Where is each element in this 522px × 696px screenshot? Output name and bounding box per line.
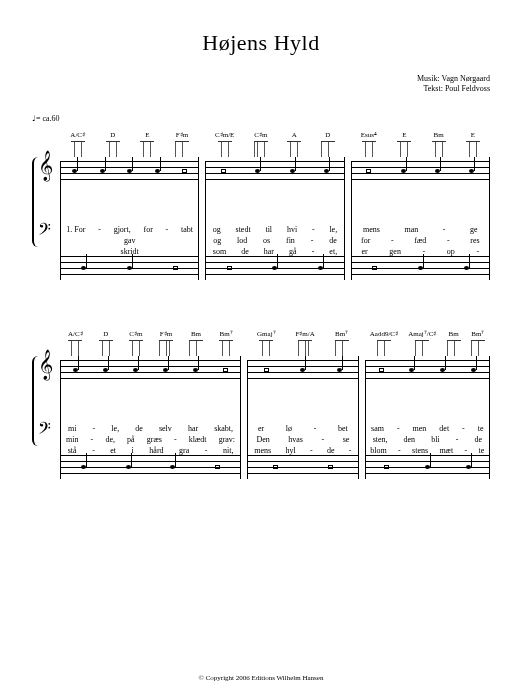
chord-row: C♯m/E C♯m A D bbox=[205, 125, 344, 157]
note-icon bbox=[264, 368, 269, 372]
syllable: mæt bbox=[439, 446, 453, 455]
lyric-line-1: mi - le, de selv har skabt, bbox=[61, 424, 240, 433]
note-icon bbox=[273, 465, 278, 469]
syllable: og bbox=[213, 236, 221, 245]
chord-label: Gmaj⁷ bbox=[257, 330, 276, 338]
chord-diagram-icon bbox=[432, 141, 446, 157]
chord-label: E bbox=[402, 131, 406, 139]
syllable: - bbox=[349, 446, 352, 455]
syllable: - bbox=[391, 236, 394, 245]
chord-label: Bm bbox=[449, 330, 459, 338]
syllable: men bbox=[413, 424, 427, 433]
note-icon bbox=[418, 266, 423, 270]
lyric-line-3: blom - stens mæt - te bbox=[366, 446, 489, 455]
chord-label: F♯m bbox=[160, 330, 172, 338]
chord: Aadd9/C♯ bbox=[370, 330, 398, 356]
chord-label: Amaj⁷/C♯ bbox=[408, 330, 436, 338]
chord: D bbox=[106, 131, 120, 157]
syllable: som bbox=[213, 247, 226, 256]
chord-diagram-icon bbox=[189, 340, 203, 356]
chord-diagram-icon bbox=[68, 340, 82, 356]
bass-staff bbox=[206, 256, 343, 280]
syllable: hvi bbox=[287, 225, 297, 234]
credits-block: Musik: Vagn Nørgaard Tekst: Poul Feldvos… bbox=[32, 74, 490, 94]
lyric-line-3: skridt bbox=[61, 247, 198, 256]
note-icon bbox=[133, 368, 138, 372]
syllable: gen bbox=[389, 247, 401, 256]
chord: C♯m/E bbox=[215, 131, 234, 157]
chord-label: Esus⁴ bbox=[361, 131, 377, 139]
chord: D bbox=[321, 131, 335, 157]
chord-diagram-icon bbox=[129, 340, 143, 356]
syllable: hvas bbox=[288, 435, 303, 444]
chord-row: Esus⁴ E Bm E bbox=[351, 125, 490, 157]
chord-diagram-icon bbox=[447, 340, 461, 356]
syllable: tabt bbox=[181, 225, 193, 234]
syllable: - bbox=[464, 446, 467, 455]
note-icon bbox=[290, 169, 295, 173]
chord-diagram-icon bbox=[287, 141, 301, 157]
syllable: - bbox=[321, 435, 324, 444]
syllable: de bbox=[327, 446, 335, 455]
syllable: gav bbox=[124, 236, 136, 245]
measure: A/C♯ D E F♯m 1. For - gjort, for - tabt bbox=[60, 125, 199, 280]
chord-label: Aadd9/C♯ bbox=[370, 330, 398, 338]
treble-staff bbox=[206, 161, 343, 185]
chord-diagram-icon bbox=[362, 141, 376, 157]
syllable: gå bbox=[289, 247, 297, 256]
note-icon bbox=[221, 169, 226, 173]
syllable: le, bbox=[329, 225, 337, 234]
bass-staff bbox=[248, 455, 357, 479]
chord-row: A/C♯ D C♯m F♯m Bm Bm⁷ bbox=[60, 324, 241, 356]
syllable: for bbox=[143, 225, 152, 234]
chord-label: D bbox=[110, 131, 115, 139]
chord-label: F♯m/A bbox=[295, 330, 314, 338]
chord: Bm bbox=[189, 330, 203, 356]
chord-label: C♯m bbox=[254, 131, 267, 139]
lyric-line-2: gav bbox=[61, 236, 198, 245]
tempo-mark: ♩= ca.60 bbox=[32, 114, 490, 123]
measure: Aadd9/C♯ Amaj⁷/C♯ Bm Bm⁷ sam - men det -… bbox=[365, 324, 490, 479]
chord-label: Bm⁷ bbox=[471, 330, 484, 338]
syllable: - bbox=[312, 225, 315, 234]
bass-staff bbox=[352, 256, 489, 280]
syllable: de bbox=[135, 424, 143, 433]
syllable: stens bbox=[412, 446, 428, 455]
syllable: er bbox=[258, 424, 264, 433]
syllable: de bbox=[474, 435, 482, 444]
bass-staff bbox=[61, 455, 240, 479]
chord-label: A bbox=[292, 131, 297, 139]
syllable: et, bbox=[329, 247, 337, 256]
credit-text: Tekst: Poul Feldvoss bbox=[32, 84, 490, 94]
chord: E bbox=[397, 131, 411, 157]
chord: A/C♯ bbox=[68, 330, 83, 356]
syllable: - bbox=[310, 446, 313, 455]
syllable: har bbox=[188, 424, 198, 433]
chord: E bbox=[466, 131, 480, 157]
note-icon bbox=[73, 368, 78, 372]
syllable: stå bbox=[68, 446, 77, 455]
note-icon bbox=[173, 266, 178, 270]
chord-diagram-icon bbox=[298, 340, 312, 356]
syllable: - bbox=[92, 446, 95, 455]
measure: Esus⁴ E Bm E mens man - ge for - fæd bbox=[351, 125, 490, 280]
chord: A/C♯ bbox=[70, 131, 85, 157]
chord-diagram-icon bbox=[377, 340, 391, 356]
note-icon bbox=[401, 169, 406, 173]
bass-clef-icon: 𝄢 bbox=[38, 221, 51, 241]
note-icon bbox=[425, 465, 430, 469]
chord-row: Gmaj⁷ F♯m/A Bm⁷ bbox=[247, 324, 358, 356]
chord-label: A/C♯ bbox=[70, 131, 85, 139]
note-icon bbox=[227, 266, 232, 270]
note-icon bbox=[372, 266, 377, 270]
note-icon bbox=[170, 465, 175, 469]
syllable: fin bbox=[286, 236, 295, 245]
chord: Bm bbox=[447, 330, 461, 356]
chord-diagram-icon bbox=[219, 340, 233, 356]
chord: Amaj⁷/C♯ bbox=[408, 330, 436, 356]
syllable: i bbox=[132, 446, 134, 455]
piece-title: Højens Hyld bbox=[32, 30, 490, 56]
syllable: - bbox=[98, 225, 101, 234]
grand-staff: sam - men det - te sten, den bli - de bl… bbox=[365, 360, 490, 479]
chord: E bbox=[140, 131, 154, 157]
